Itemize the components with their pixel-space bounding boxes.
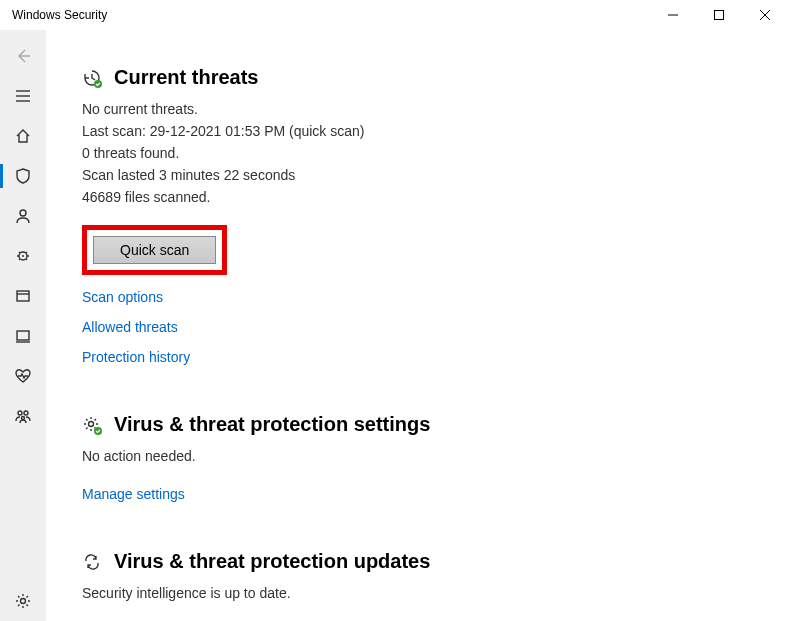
firewall-icon[interactable] xyxy=(0,236,46,276)
device-security-icon[interactable] xyxy=(0,316,46,356)
shield-icon[interactable] xyxy=(0,156,46,196)
app-browser-icon[interactable] xyxy=(0,276,46,316)
settings-icon[interactable] xyxy=(0,581,46,621)
allowed-threats-link[interactable]: Allowed threats xyxy=(82,319,788,335)
scan-history-icon xyxy=(82,68,102,88)
quick-scan-highlight: Quick scan xyxy=(82,225,227,275)
protection-history-link[interactable]: Protection history xyxy=(82,349,788,365)
settings-title: Virus & threat protection settings xyxy=(114,413,430,436)
svg-point-19 xyxy=(89,421,94,426)
refresh-icon xyxy=(82,552,102,572)
svg-point-7 xyxy=(20,210,26,216)
svg-point-20 xyxy=(94,427,102,435)
last-scan-text: Last scan: 29-12-2021 01:53 PM (quick sc… xyxy=(82,121,788,142)
settings-status-text: No action needed. xyxy=(82,446,788,467)
files-scanned-text: 46689 files scanned. xyxy=(82,187,788,208)
svg-rect-1 xyxy=(715,11,724,20)
back-button[interactable] xyxy=(0,36,46,76)
svg-point-14 xyxy=(18,411,22,415)
updates-status-text: Security intelligence is up to date. xyxy=(82,583,788,604)
scan-options-link[interactable]: Scan options xyxy=(82,289,788,305)
maximize-button[interactable] xyxy=(696,0,742,30)
updates-title: Virus & threat protection updates xyxy=(114,550,430,573)
svg-rect-12 xyxy=(17,331,29,340)
svg-point-16 xyxy=(22,417,25,420)
window-title: Windows Security xyxy=(12,8,650,22)
svg-rect-10 xyxy=(17,291,29,301)
close-button[interactable] xyxy=(742,0,788,30)
scan-duration-text: Scan lasted 3 minutes 22 seconds xyxy=(82,165,788,186)
sidebar xyxy=(0,30,46,621)
window-controls xyxy=(650,0,788,30)
device-health-icon[interactable] xyxy=(0,356,46,396)
minimize-button[interactable] xyxy=(650,0,696,30)
settings-section: Virus & threat protection settings No ac… xyxy=(82,413,788,502)
current-threats-title: Current threats xyxy=(114,66,258,89)
threats-found-text: 0 threats found. xyxy=(82,143,788,164)
menu-button[interactable] xyxy=(0,76,46,116)
content-area: Current threats No current threats. Last… xyxy=(46,30,788,621)
svg-point-8 xyxy=(22,255,24,257)
home-icon[interactable] xyxy=(0,116,46,156)
current-threats-section: Current threats No current threats. Last… xyxy=(82,66,788,365)
updates-section: Virus & threat protection updates Securi… xyxy=(82,550,788,604)
family-icon[interactable] xyxy=(0,396,46,436)
quick-scan-button[interactable]: Quick scan xyxy=(93,236,216,264)
gear-check-icon xyxy=(82,415,102,435)
no-threats-text: No current threats. xyxy=(82,99,788,120)
account-icon[interactable] xyxy=(0,196,46,236)
titlebar: Windows Security xyxy=(0,0,788,30)
manage-settings-link[interactable]: Manage settings xyxy=(82,486,788,502)
svg-point-15 xyxy=(24,411,28,415)
svg-point-18 xyxy=(94,80,102,88)
svg-point-17 xyxy=(21,599,26,604)
